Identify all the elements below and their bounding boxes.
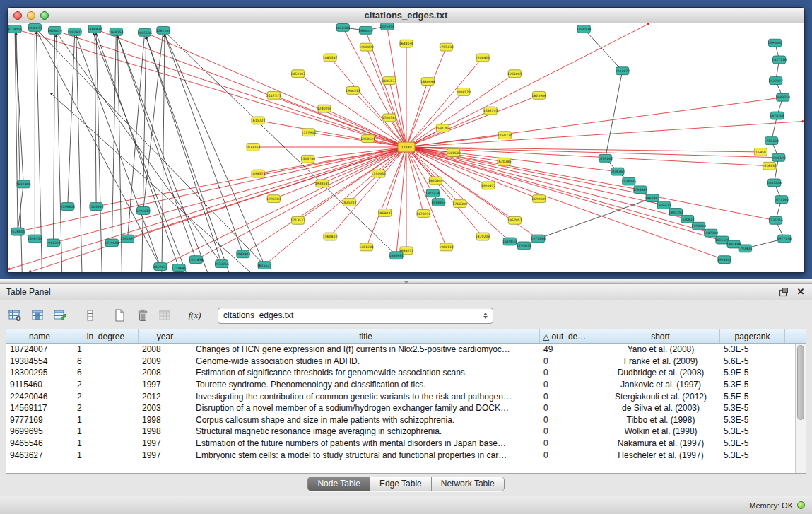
graph-node[interactable]: 1690609 bbox=[531, 195, 546, 203]
graph-node[interactable]: 1315436 bbox=[425, 189, 440, 197]
graph-node[interactable]: 1713527 bbox=[290, 216, 305, 224]
graph-node[interactable]: 1755430 bbox=[439, 43, 454, 51]
row-height-button[interactable] bbox=[81, 307, 100, 325]
graph-node[interactable]: 1616435 bbox=[762, 162, 777, 170]
graph-node[interactable]: 2096605 bbox=[60, 203, 75, 211]
graph-node[interactable]: 2008570 bbox=[456, 88, 471, 95]
graph-node[interactable]: 1881587 bbox=[323, 54, 338, 62]
graph-node[interactable]: 1700385 bbox=[382, 114, 396, 122]
graph-node[interactable]: 1595000 bbox=[767, 39, 782, 47]
graph-node[interactable]: 1498830 bbox=[88, 25, 102, 33]
graph-node[interactable]: 1470208 bbox=[770, 112, 784, 119]
graph-node[interactable]: 17240 bbox=[398, 142, 415, 152]
graph-node[interactable]: 1240204 bbox=[317, 105, 332, 112]
table-row[interactable]: 946554611997Estimation of the future num… bbox=[6, 438, 806, 450]
graph-node[interactable]: 1261065 bbox=[507, 70, 522, 78]
graph-node[interactable]: 1679146 bbox=[598, 154, 613, 162]
graph-node[interactable]: 1628829 bbox=[47, 26, 62, 34]
graph-node[interactable]: 1857957 bbox=[507, 216, 522, 224]
column-header-6[interactable]: pagerank bbox=[720, 329, 785, 343]
graph-node[interactable]: 1830444 bbox=[420, 78, 435, 86]
float-panel-button[interactable] bbox=[779, 287, 789, 297]
network-canvas[interactable]: 1724018239861261065220842017554301648146… bbox=[8, 23, 804, 272]
graph-node[interactable]: 1827116 bbox=[772, 56, 787, 64]
graph-node[interactable]: 1631999 bbox=[16, 180, 31, 188]
graph-node[interactable]: 1672140 bbox=[774, 196, 789, 204]
graph-node[interactable]: 1820444 bbox=[428, 177, 443, 185]
graph-node[interactable]: 1590553 bbox=[28, 235, 42, 243]
graph-node[interactable]: 1097607 bbox=[68, 28, 83, 35]
graph-node[interactable]: 1721016 bbox=[768, 216, 783, 224]
graph-node[interactable]: 1901390 bbox=[46, 239, 61, 247]
graph-node[interactable]: 1503786 bbox=[300, 155, 315, 163]
column-header-4[interactable]: △ out_de… bbox=[540, 329, 601, 343]
graph-node[interactable]: 1585745 bbox=[483, 107, 498, 115]
graph-node[interactable]: 1620386 bbox=[497, 158, 512, 165]
graph-node[interactable]: 1664029 bbox=[358, 26, 373, 34]
graph-node[interactable]: 1452407 bbox=[290, 70, 305, 78]
panel-splitter[interactable] bbox=[0, 279, 812, 284]
graph-node[interactable]: 1766308 bbox=[452, 200, 467, 208]
graph-node[interactable]: 1551836 bbox=[189, 256, 204, 264]
table-row[interactable]: 977716911998Corpus callosum shape and si… bbox=[6, 414, 806, 426]
graph-node[interactable]: 1795673 bbox=[517, 242, 531, 250]
graph-node[interactable]: 2043983 bbox=[236, 250, 251, 258]
graph-node[interactable]: 1619833 bbox=[502, 238, 517, 245]
edit-table-button[interactable] bbox=[51, 307, 70, 325]
graph-node[interactable]: 1927377 bbox=[768, 77, 783, 85]
column-header-1[interactable]: in_degree bbox=[73, 329, 139, 343]
graph-node[interactable]: 1615527 bbox=[257, 262, 272, 269]
column-header-5[interactable]: short bbox=[601, 329, 720, 343]
graph-node[interactable]: 1487200 bbox=[704, 229, 719, 237]
function-builder-button[interactable]: f(x) bbox=[185, 307, 204, 325]
select-columns-button[interactable] bbox=[28, 307, 47, 325]
graph-node[interactable]: 1846981 bbox=[389, 252, 404, 259]
graph-node[interactable]: 1534035 bbox=[621, 177, 636, 185]
graph-node[interactable]: 1605537 bbox=[382, 77, 396, 85]
graph-node[interactable]: 1792435 bbox=[738, 245, 753, 252]
graph-node[interactable]: 1514364 bbox=[431, 199, 446, 206]
graph-node[interactable]: 1869833 bbox=[153, 263, 168, 271]
table-settings-button[interactable] bbox=[6, 307, 25, 325]
graph-node[interactable]: 1615727 bbox=[251, 117, 266, 124]
graph-node[interactable]: 1924501 bbox=[717, 256, 732, 264]
table-row[interactable]: 1830029562008Estimation of significance … bbox=[6, 367, 806, 379]
table-row[interactable]: 2242004622012Investigating the contribut… bbox=[6, 390, 806, 402]
graph-node[interactable]: 1160770 bbox=[498, 132, 512, 139]
graph-node[interactable]: 1885228 bbox=[767, 179, 782, 187]
graph-node[interactable]: 1977238 bbox=[777, 235, 792, 243]
tab-edge-table[interactable]: Edge Table bbox=[370, 477, 432, 491]
table-row[interactable]: 911546021997Tourette syndrome. Phenomeno… bbox=[6, 379, 806, 391]
graph-node[interactable]: 1986110 bbox=[439, 243, 454, 251]
graph-node[interactable]: 1836760 bbox=[610, 168, 625, 175]
close-window-button[interactable] bbox=[13, 11, 22, 20]
graph-node[interactable]: 1596192 bbox=[771, 153, 786, 161]
graph-node[interactable]: 2117377 bbox=[266, 91, 281, 99]
graph-node[interactable]: 1643758 bbox=[775, 93, 790, 101]
table-row[interactable]: 1872400712008Changes of HCN gene express… bbox=[6, 344, 806, 356]
graph-node[interactable]: 1625217 bbox=[342, 199, 357, 206]
graph-node[interactable]: 15958 bbox=[754, 148, 767, 156]
graph-node[interactable]: 1971544 bbox=[531, 235, 546, 243]
graph-node[interactable]: 1604417 bbox=[657, 201, 671, 209]
graph-node[interactable]: 1948254 bbox=[109, 28, 124, 35]
graph-node[interactable]: 1958524 bbox=[360, 135, 375, 143]
graph-node[interactable]: 1755430 bbox=[764, 137, 779, 145]
graph-node[interactable]: 1933256 bbox=[214, 260, 229, 268]
graph-node[interactable]: 9174051 bbox=[8, 25, 22, 33]
graph-node[interactable]: 1869832 bbox=[377, 209, 392, 217]
window-titlebar[interactable]: citations_edges.txt bbox=[8, 8, 804, 23]
graph-node[interactable]: 1920472 bbox=[481, 182, 496, 189]
graph-node[interactable]: 1605536 bbox=[137, 28, 152, 36]
graph-node[interactable]: 1906090 bbox=[359, 43, 374, 51]
close-panel-button[interactable]: ✕ bbox=[796, 287, 806, 297]
graph-node[interactable]: 1898573 bbox=[251, 170, 266, 177]
graph-node[interactable]: 1818304 bbox=[336, 23, 351, 31]
graph-node[interactable]: 1719695 bbox=[172, 264, 187, 272]
graph-node[interactable]: 1719608 bbox=[105, 239, 119, 247]
table-row[interactable]: 1456911722003Disruption of a novel membe… bbox=[6, 402, 806, 414]
table-row[interactable]: 969969511998Structural magnetic resonanc… bbox=[6, 426, 806, 438]
delete-table-button[interactable] bbox=[133, 307, 152, 325]
column-header-2[interactable]: year bbox=[139, 329, 192, 343]
table-row[interactable]: 946362711997Embryonic stem cells: a mode… bbox=[6, 449, 806, 461]
